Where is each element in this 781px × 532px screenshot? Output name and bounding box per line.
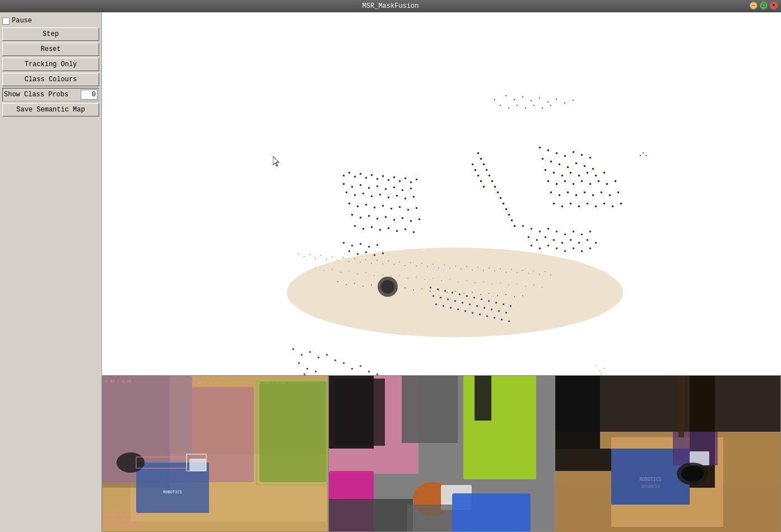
svg-rect-199	[578, 206, 580, 207]
pause-checkbox[interactable]	[2, 17, 10, 25]
svg-rect-192	[592, 194, 594, 196]
svg-rect-69	[500, 282, 501, 283]
svg-rect-44	[539, 274, 540, 275]
svg-rect-179	[556, 183, 557, 185]
svg-rect-111	[416, 179, 417, 180]
monitor-points	[343, 172, 420, 233]
svg-rect-243	[433, 295, 434, 297]
svg-rect-284	[494, 99, 495, 100]
svg-rect-275	[511, 220, 513, 221]
maximize-button[interactable]: □	[760, 2, 768, 10]
svg-rect-239	[488, 300, 490, 302]
svg-rect-82	[396, 288, 397, 290]
svg-rect-395	[678, 376, 684, 437]
svg-rect-322	[292, 348, 294, 350]
svg-rect-150	[371, 226, 373, 228]
svg-rect-185	[606, 183, 608, 185]
svg-rect-193	[601, 192, 602, 193]
reset-button[interactable]: Reset	[2, 43, 99, 56]
svg-rect-200	[587, 203, 588, 204]
svg-rect-138	[416, 207, 417, 209]
save-semantic-map-button[interactable]: Save Semantic Map	[2, 103, 99, 116]
panel2-svg	[329, 376, 554, 531]
svg-rect-253	[505, 312, 507, 314]
svg-rect-180	[564, 180, 566, 182]
svg-rect-42	[528, 273, 529, 274]
svg-rect-244	[440, 297, 441, 298]
svg-rect-232	[437, 288, 439, 290]
svg-rect-202	[603, 203, 605, 204]
svg-rect-68	[491, 283, 492, 284]
svg-rect-30	[461, 268, 462, 269]
svg-rect-119	[402, 189, 403, 191]
minimize-button[interactable]: –	[750, 2, 757, 10]
svg-rect-57	[399, 275, 400, 276]
close-button[interactable]: ×	[770, 2, 778, 10]
svg-rect-15	[376, 260, 378, 261]
pointcloud-svg	[102, 12, 781, 388]
svg-rect-358	[189, 459, 206, 471]
svg-rect-170	[545, 169, 546, 171]
tracking-only-button[interactable]: Tracking Only	[2, 58, 99, 71]
svg-rect-151	[379, 229, 381, 231]
svg-rect-10	[348, 261, 350, 262]
svg-rect-11	[354, 258, 355, 259]
svg-rect-288	[531, 100, 532, 101]
mouse-points	[378, 277, 398, 297]
svg-rect-89	[455, 291, 456, 292]
chair-back-points	[539, 147, 622, 207]
svg-rect-304	[343, 242, 345, 244]
svg-rect-105	[382, 175, 384, 177]
svg-rect-190	[575, 194, 577, 196]
svg-rect-104	[376, 178, 378, 180]
svg-rect-290	[547, 101, 548, 102]
desk-points	[287, 248, 623, 337]
svg-rect-184	[598, 180, 599, 182]
svg-rect-159	[564, 155, 566, 157]
svg-rect-117	[385, 188, 387, 190]
svg-rect-257	[457, 309, 459, 310]
svg-text:ROBOTICS: ROBOTICS	[163, 490, 182, 494]
svg-rect-230	[589, 248, 591, 249]
svg-rect-12	[360, 262, 361, 263]
svg-rect-242	[510, 305, 512, 307]
svg-rect-116	[376, 185, 378, 187]
svg-rect-326	[326, 354, 328, 356]
svg-rect-176	[595, 175, 597, 176]
svg-rect-259	[472, 312, 473, 314]
svg-rect-36	[494, 270, 495, 272]
svg-rect-256	[450, 307, 452, 309]
svg-rect-141	[368, 215, 370, 217]
svg-rect-264	[508, 320, 510, 322]
svg-rect-344	[603, 368, 605, 369]
svg-rect-227	[564, 250, 566, 252]
svg-rect-58	[407, 278, 408, 279]
svg-rect-143	[385, 216, 387, 218]
class-colours-button[interactable]: Class Colours	[2, 73, 99, 86]
svg-rect-94	[497, 295, 498, 296]
svg-rect-178	[547, 180, 549, 182]
svg-rect-235	[459, 293, 461, 295]
svg-rect-268	[491, 180, 493, 182]
svg-rect-4	[315, 258, 316, 259]
svg-rect-238	[481, 298, 482, 300]
svg-rect-103	[371, 174, 373, 176]
svg-rect-41	[522, 270, 523, 271]
svg-rect-164	[550, 161, 552, 162]
pause-label: Pause	[12, 17, 32, 25]
svg-rect-208	[547, 228, 549, 230]
step-button[interactable]: Step	[2, 27, 99, 41]
svg-rect-236	[466, 295, 468, 297]
svg-rect-126	[388, 197, 389, 198]
show-class-probs-input[interactable]	[81, 90, 97, 100]
svg-rect-299	[542, 108, 543, 109]
svg-rect-303	[645, 155, 647, 156]
svg-rect-241	[503, 304, 504, 305]
svg-rect-306	[360, 243, 361, 245]
chair-frame-points	[472, 152, 515, 227]
bottom-panels-row: ROBOTICS 0.85 | 0.90 0.80 | 0.91 0.88 | …	[102, 375, 781, 532]
svg-rect-118	[393, 186, 395, 188]
svg-rect-166	[567, 166, 569, 168]
svg-rect-216	[545, 236, 546, 238]
svg-rect-17	[388, 260, 389, 262]
